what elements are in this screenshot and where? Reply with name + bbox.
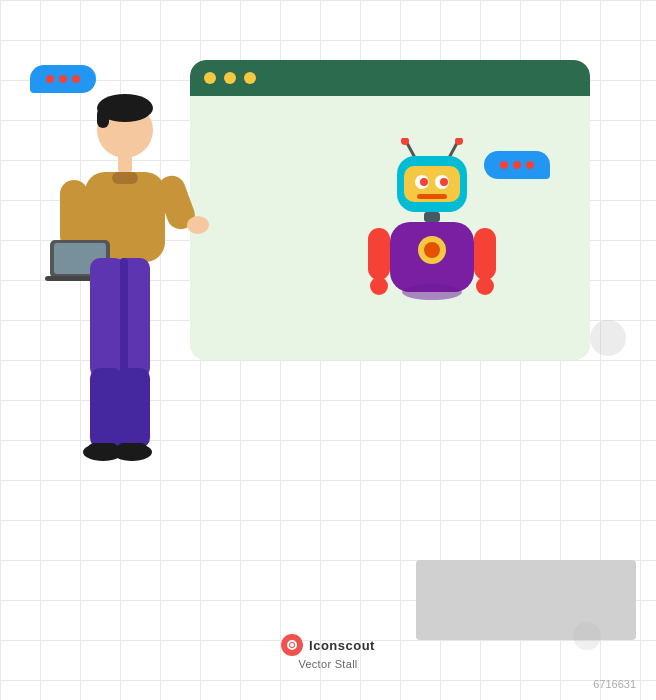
person-illustration (30, 80, 210, 540)
svg-point-43 (290, 643, 294, 647)
robot-illustration (362, 138, 502, 318)
svg-point-8 (420, 178, 428, 186)
svg-rect-35 (120, 258, 128, 378)
chat-dot-1 (500, 161, 508, 169)
svg-rect-37 (117, 368, 150, 448)
svg-point-29 (187, 216, 209, 234)
svg-rect-22 (97, 108, 109, 128)
svg-rect-23 (118, 155, 132, 173)
watermark-id: 6716631 (593, 678, 636, 690)
svg-line-0 (407, 143, 414, 156)
svg-point-9 (440, 178, 448, 186)
browser-dot-2 (224, 72, 236, 84)
main-container: Iconscout Vector Stall 6716631 (0, 0, 656, 700)
gray-rectangle (416, 560, 636, 640)
svg-point-14 (424, 242, 440, 258)
svg-point-16 (370, 277, 388, 295)
svg-line-2 (450, 143, 457, 156)
chat-dot-2 (513, 161, 521, 169)
watermark-container: Iconscout Vector Stall (281, 634, 375, 670)
watermark-circle-top (590, 320, 626, 356)
iconscout-logo-icon (281, 634, 303, 656)
svg-rect-10 (417, 194, 447, 199)
svg-point-18 (476, 277, 494, 295)
svg-rect-11 (424, 212, 440, 222)
chat-bubble-robot (484, 151, 550, 179)
svg-point-19 (402, 284, 462, 300)
svg-rect-25 (112, 172, 138, 184)
svg-rect-15 (368, 228, 390, 280)
browser-content (190, 96, 590, 360)
watermark-circle-bottom (573, 622, 601, 650)
browser-dot-3 (244, 72, 256, 84)
watermark-logo: Iconscout (281, 634, 375, 656)
watermark-sub: Vector Stall (298, 658, 357, 670)
browser-titlebar (190, 60, 590, 96)
chat-dot-3 (526, 161, 534, 169)
svg-rect-41 (117, 443, 147, 455)
watermark-brand: Iconscout (309, 638, 375, 653)
svg-rect-17 (474, 228, 496, 280)
svg-rect-26 (60, 180, 88, 250)
browser-window (190, 60, 590, 360)
